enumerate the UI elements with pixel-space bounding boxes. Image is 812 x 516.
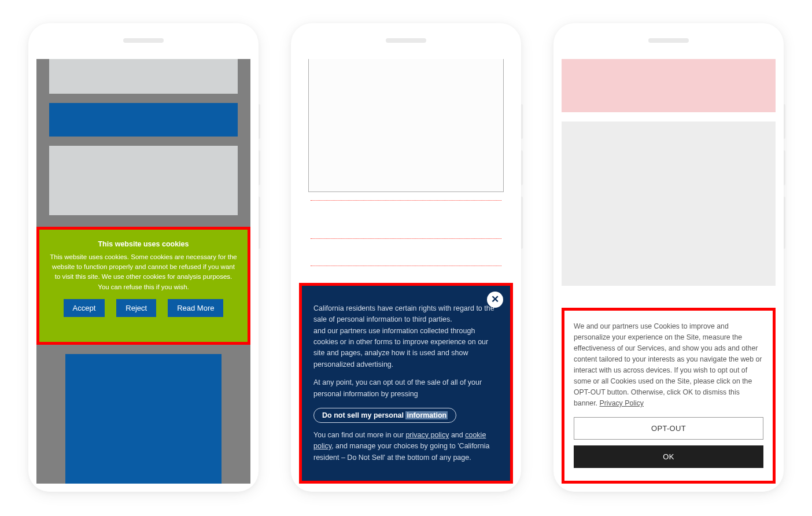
privacy-policy-link[interactable]: Privacy Policy xyxy=(599,399,644,407)
placeholder-block xyxy=(49,103,238,137)
text-span: Do not sell my personal xyxy=(322,411,405,419)
close-button[interactable]: ✕ xyxy=(487,292,503,308)
cookie-banner: ✕ California residents have certain righ… xyxy=(302,286,510,481)
cookie-banner-actions: OPT-OUT OK xyxy=(574,417,763,468)
text-span: We and our partners use Cookies to impro… xyxy=(574,322,762,407)
placeholder-block xyxy=(65,354,222,484)
layout-guide-line xyxy=(311,200,501,201)
cookie-banner: This website uses cookies This website u… xyxy=(36,227,250,345)
cookie-banner-body: We and our partners use Cookies to impro… xyxy=(574,321,763,409)
phone-side-button xyxy=(259,150,260,185)
phone-screen: This website uses cookies This website u… xyxy=(36,59,250,484)
ok-button[interactable]: OK xyxy=(574,445,763,468)
phone-side-button xyxy=(259,104,260,139)
phone-mockup-1: This website uses cookies This website u… xyxy=(28,23,259,492)
opt-out-button[interactable]: OPT-OUT xyxy=(574,417,763,440)
phone-side-button xyxy=(521,197,523,249)
text-span: and our partners use information collect… xyxy=(313,327,488,368)
text-span: California residents have certain rights… xyxy=(313,304,494,323)
cookie-banner-actions: Accept Reject Read More xyxy=(50,299,237,317)
cookie-banner-title: This website uses cookies xyxy=(50,239,237,250)
text-span: and xyxy=(449,431,465,439)
privacy-policy-link[interactable]: privacy policy xyxy=(405,431,449,439)
read-more-button[interactable]: Read More xyxy=(168,299,223,317)
layout-guide-line xyxy=(311,238,501,266)
text-span-highlight: information xyxy=(405,411,448,419)
placeholder-block xyxy=(562,59,776,112)
phone-screen: We and our partners use Cookies to impro… xyxy=(562,59,776,484)
phone-screen: ✕ California residents have certain righ… xyxy=(299,59,513,484)
placeholder-block xyxy=(308,59,504,192)
phone-side-button xyxy=(784,197,785,249)
cookie-banner-para3: You can find out more in our privacy pol… xyxy=(313,430,499,463)
cookie-banner-highlight: ✕ California residents have certain righ… xyxy=(299,283,513,484)
phone-mockup-2: ✕ California residents have certain righ… xyxy=(291,23,521,492)
phone-side-button xyxy=(784,150,785,185)
text-span: , and manage your choices by going to 'C… xyxy=(313,442,489,461)
phone-side-button xyxy=(521,104,523,139)
phone-mockup-3: We and our partners use Cookies to impro… xyxy=(553,23,784,492)
cookie-banner-body: This website uses cookies. Some cookies … xyxy=(50,252,237,292)
cookie-banner-para2: At any point, you can opt out of the sal… xyxy=(313,377,499,400)
cookie-banner: We and our partners use Cookies to impro… xyxy=(562,308,776,484)
cookie-banner-para1: California residents have certain rights… xyxy=(313,303,499,370)
do-not-sell-button[interactable]: Do not sell my personal information xyxy=(313,408,456,423)
placeholder-block xyxy=(49,59,238,94)
accept-button[interactable]: Accept xyxy=(64,299,105,317)
phone-side-button xyxy=(259,197,260,249)
reject-button[interactable]: Reject xyxy=(116,299,156,317)
close-icon: ✕ xyxy=(491,293,499,305)
text-span: You can find out more in our xyxy=(313,431,405,439)
placeholder-block xyxy=(562,121,776,286)
phone-side-button xyxy=(521,150,523,185)
placeholder-block xyxy=(49,146,238,215)
phone-side-button xyxy=(784,104,785,139)
